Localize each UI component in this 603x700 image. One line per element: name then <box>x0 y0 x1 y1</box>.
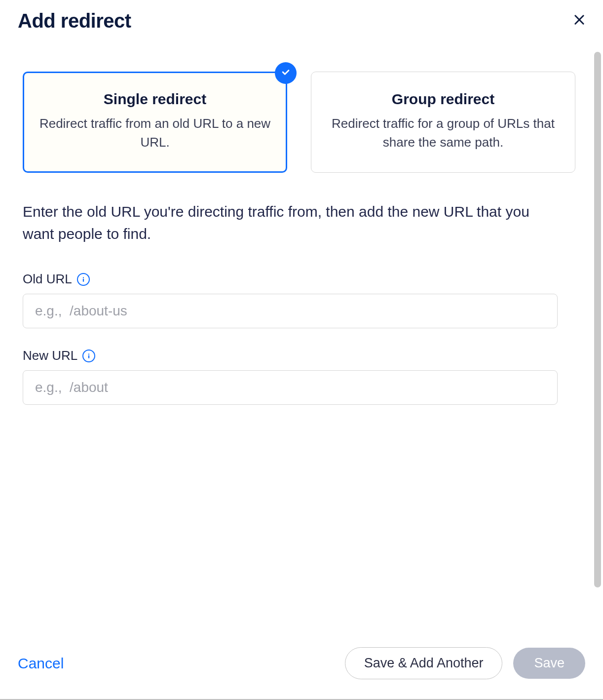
cancel-button[interactable]: Cancel <box>18 655 64 672</box>
option-group-redirect[interactable]: Group redirect Redirect traffic for a gr… <box>311 72 575 173</box>
redirect-type-options: Single redirect Redirect traffic from an… <box>23 72 575 173</box>
instruction-text: Enter the old URL you're directing traff… <box>23 200 575 245</box>
modal-content: Single redirect Redirect traffic from an… <box>0 32 603 647</box>
save-button[interactable]: Save <box>513 648 585 679</box>
add-redirect-modal: Add redirect Single redire <box>0 0 603 700</box>
modal-title: Add redirect <box>18 10 131 32</box>
field-label-row: Old URL <box>23 272 575 287</box>
option-single-redirect[interactable]: Single redirect Redirect traffic from an… <box>23 72 287 173</box>
modal-footer: Cancel Save & Add Another Save <box>0 647 603 700</box>
selected-badge <box>275 62 297 84</box>
svg-rect-5 <box>88 355 89 358</box>
close-button[interactable] <box>569 10 589 31</box>
save-add-another-button[interactable]: Save & Add Another <box>345 647 503 679</box>
option-title: Single redirect <box>38 91 272 108</box>
svg-point-4 <box>88 353 89 354</box>
field-label-row: New URL <box>23 348 575 363</box>
old-url-input[interactable] <box>23 294 558 328</box>
svg-rect-3 <box>83 279 84 282</box>
option-description: Redirect traffic for a group of URLs tha… <box>326 115 560 152</box>
modal-header: Add redirect <box>0 0 603 32</box>
svg-point-2 <box>83 277 84 278</box>
check-icon <box>281 67 291 79</box>
scrollbar[interactable] <box>594 52 601 587</box>
footer-buttons: Save & Add Another Save <box>345 647 585 679</box>
option-title: Group redirect <box>326 91 560 108</box>
info-icon[interactable] <box>82 350 95 362</box>
close-icon <box>572 21 586 28</box>
new-url-label: New URL <box>23 348 77 363</box>
option-description: Redirect traffic from an old URL to a ne… <box>38 115 272 152</box>
new-url-input[interactable] <box>23 370 558 405</box>
info-icon[interactable] <box>77 273 90 286</box>
old-url-field-group: Old URL <box>23 272 575 328</box>
old-url-label: Old URL <box>23 272 72 287</box>
new-url-field-group: New URL <box>23 348 575 405</box>
